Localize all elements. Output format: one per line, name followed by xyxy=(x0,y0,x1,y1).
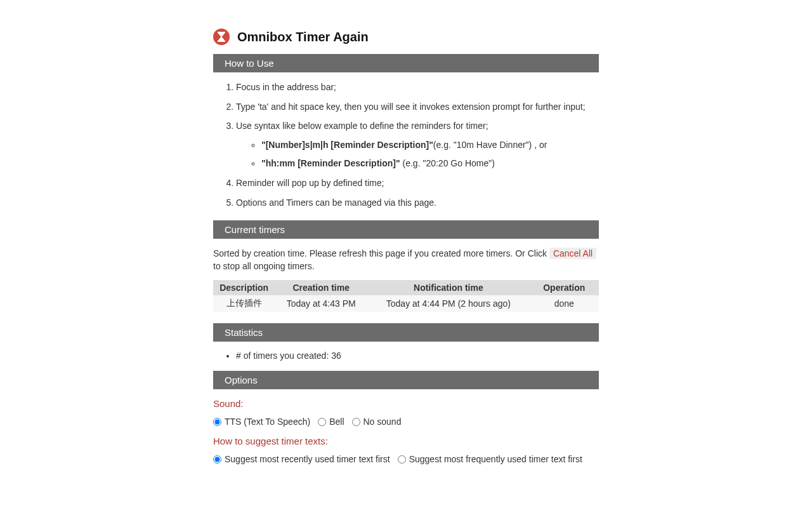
col-notification: Notification time xyxy=(367,280,529,295)
howto-step: Focus in the address bar; xyxy=(236,81,599,94)
stats-item: # of timers you created: 36 xyxy=(236,351,599,361)
current-note: Sorted by creation time. Please refresh … xyxy=(213,248,599,272)
table-row: 上传插件 Today at 4:43 PM Today at 4:44 PM (… xyxy=(213,295,599,312)
sound-label: Sound: xyxy=(213,398,599,409)
section-stats-header: Statistics xyxy=(213,323,599,342)
syntax-rest: (e.g. "10m Have Dinner") , or xyxy=(433,140,547,150)
col-operation: Operation xyxy=(530,280,599,295)
howto-step: Reminder will pop up by defined time; xyxy=(236,177,599,190)
howto-step-text: Use syntax like below example to define … xyxy=(236,121,488,131)
col-creation: Creation time xyxy=(275,280,367,295)
radio-nosound-input[interactable] xyxy=(352,418,360,426)
suggest-label: How to suggest timer texts: xyxy=(213,436,599,446)
syntax-rest: (e.g. "20:20 Go Home") xyxy=(400,158,495,168)
cell-description: 上传插件 xyxy=(213,295,275,312)
col-description: Description xyxy=(213,280,275,295)
radio-tts-input[interactable] xyxy=(213,418,221,426)
radio-suggest-frequent[interactable]: Suggest most frequently used timer text … xyxy=(398,454,582,464)
howto-step: Use syntax like below example to define … xyxy=(236,120,599,170)
hourglass-icon xyxy=(213,29,230,45)
cell-notification: Today at 4:44 PM (2 hours ago) xyxy=(367,295,529,312)
suggest-radio-group: Suggest most recently used timer text fi… xyxy=(213,454,599,464)
howto-step: Type 'ta' and hit space key, then you wi… xyxy=(236,101,599,114)
radio-label: Suggest most recently used timer text fi… xyxy=(225,454,390,464)
syntax-bold: "[Number]s|m|h [Reminder Description]" xyxy=(261,140,433,150)
radio-label: Suggest most frequently used timer text … xyxy=(409,454,582,464)
stats-count: 36 xyxy=(331,351,341,361)
radio-label: No sound xyxy=(363,417,402,427)
sound-radio-group: TTS (Text To Speech) Bell No sound xyxy=(213,417,599,427)
radio-label: TTS (Text To Speech) xyxy=(225,417,310,427)
note-before: Sorted by creation time. Please refresh … xyxy=(213,248,549,258)
cancel-all-button[interactable]: Cancel All xyxy=(549,248,596,259)
radio-label: Bell xyxy=(329,417,344,427)
cell-creation: Today at 4:43 PM xyxy=(275,295,367,312)
radio-suggest-frequent-input[interactable] xyxy=(398,455,406,464)
page-header: Omnibox Timer Again xyxy=(213,29,599,45)
timers-table: Description Creation time Notification t… xyxy=(213,280,599,312)
stats-label: # of timers you created: xyxy=(236,351,331,361)
note-after: to stop all ongoing timers. xyxy=(213,261,315,271)
radio-suggest-recent[interactable]: Suggest most recently used timer text fi… xyxy=(213,454,390,464)
section-options-header: Options xyxy=(213,371,599,389)
radio-suggest-recent-input[interactable] xyxy=(213,455,221,464)
radio-nosound[interactable]: No sound xyxy=(352,417,402,427)
stats-list: # of timers you created: 36 xyxy=(213,351,599,361)
page-title: Omnibox Timer Again xyxy=(237,30,369,44)
syntax-bold: "hh:mm [Reminder Description]" xyxy=(261,158,400,168)
radio-tts[interactable]: TTS (Text To Speech) xyxy=(213,417,310,427)
section-current-header: Current timers xyxy=(213,220,599,239)
syntax-item: "[Number]s|m|h [Reminder Description]"(e… xyxy=(261,139,599,152)
radio-bell[interactable]: Bell xyxy=(318,417,344,427)
section-howto-header: How to Use xyxy=(213,54,599,72)
syntax-list: "[Number]s|m|h [Reminder Description]"(e… xyxy=(236,139,599,170)
howto-step: Options and Timers can be managed via th… xyxy=(236,197,599,210)
cell-operation: done xyxy=(530,295,599,312)
radio-bell-input[interactable] xyxy=(318,418,326,426)
howto-list: Focus in the address bar; Type 'ta' and … xyxy=(213,81,599,209)
syntax-item: "hh:mm [Reminder Description]" (e.g. "20… xyxy=(261,157,599,170)
